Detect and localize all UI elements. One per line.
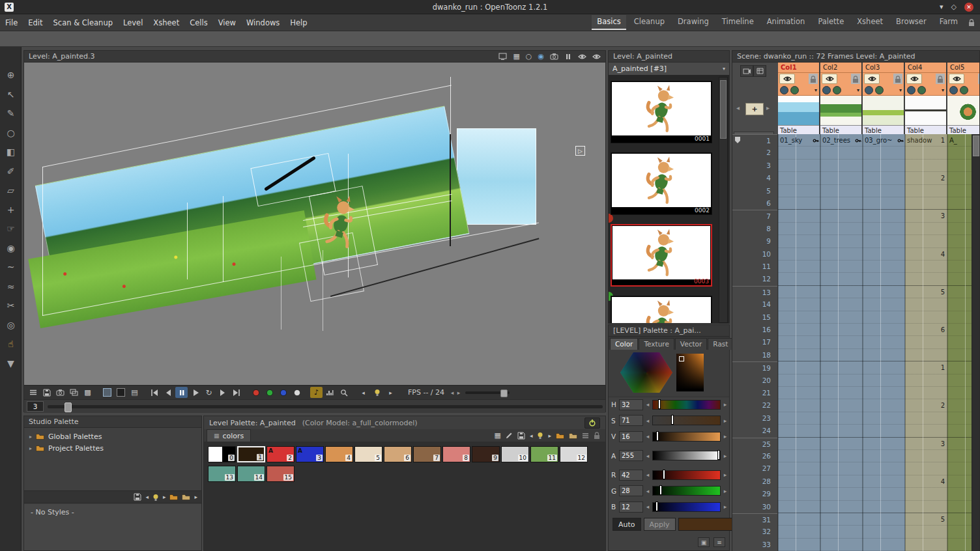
slider-value-field[interactable]: 16 [619, 431, 643, 442]
column-menu-arrow-icon[interactable]: ▾ [899, 87, 902, 93]
column-visibility-eye-icon[interactable] [822, 74, 837, 84]
studio-palette-titlebar[interactable]: Studio Palette [24, 416, 201, 428]
snapshot-icon[interactable] [54, 387, 66, 398]
style-chip-2[interactable]: A2 [267, 446, 295, 462]
room-tab-animation[interactable]: Animation [762, 15, 811, 30]
cutter-tool-icon[interactable]: ✂ [0, 297, 22, 314]
smart-brush-tool-icon[interactable]: ✐ [0, 163, 22, 180]
eraser-tool-icon[interactable]: ▱ [0, 182, 22, 199]
menu-windows[interactable]: Windows [241, 18, 285, 27]
camstand-toggle-icon[interactable] [780, 86, 788, 94]
slider-value-field[interactable]: 71 [619, 415, 643, 426]
level-strip-titlebar[interactable]: Level: A_painted [609, 51, 729, 63]
column-lock-icon[interactable] [936, 74, 945, 84]
column-visibility-eye-icon[interactable] [906, 74, 922, 84]
menu-scan-cleanup[interactable]: Scan & Cleanup [48, 18, 118, 27]
column-lock-icon[interactable] [809, 74, 818, 84]
apply-button[interactable]: Apply [644, 518, 676, 531]
next-key-icon[interactable]: ▸ [384, 387, 397, 398]
slider-value-field[interactable]: 28 [619, 485, 643, 496]
style-picker-tool-icon[interactable]: ☞ [0, 220, 22, 237]
more-tools-icon[interactable]: ▼ [0, 355, 22, 372]
xsheet-scrollbar[interactable] [972, 134, 979, 551]
style-chip-13[interactable]: 13 [208, 466, 236, 482]
column-thumbnail[interactable] [820, 96, 861, 126]
room-tab-browser[interactable]: Browser [891, 15, 932, 30]
slider-decrement-arrow[interactable]: ◂ [645, 453, 650, 459]
slider-track[interactable] [652, 470, 721, 480]
camera-view-icon[interactable] [550, 53, 558, 60]
fps-decrement-arrow[interactable]: ◂ [450, 389, 455, 396]
alpha-channel-icon[interactable] [291, 387, 303, 398]
column-parent-label[interactable]: Table [863, 126, 904, 134]
frame-slider-handle[interactable] [65, 403, 72, 412]
prev-key-icon[interactable]: ◂ [357, 387, 369, 398]
level-frame-0001[interactable]: 0001 [611, 81, 712, 143]
slider-value-field[interactable]: 32 [619, 399, 643, 410]
pause-icon[interactable] [175, 387, 188, 398]
key-icon[interactable] [371, 387, 383, 398]
toggle-orientation-icon[interactable]: ▣ [698, 537, 710, 547]
column-parent-label[interactable]: Table [778, 126, 819, 134]
slider-increment-arrow[interactable]: ▸ [723, 417, 728, 424]
style-chip-1[interactable]: 1 [237, 446, 265, 462]
tab-vector[interactable]: Vector [675, 338, 707, 350]
panel-menu-icon[interactable]: ≡ [713, 537, 725, 547]
key-icon[interactable] [152, 494, 159, 501]
column-menu-arrow-icon[interactable]: ▾ [942, 87, 944, 93]
sub-camera-eye-icon[interactable] [592, 53, 601, 60]
animate-tool-icon[interactable]: ⊕ [0, 66, 22, 83]
onion-skin-marker-red[interactable] [609, 214, 613, 223]
column-thumbnail[interactable] [778, 96, 819, 126]
column-name[interactable]: Col5 [947, 63, 979, 73]
slider-decrement-arrow[interactable]: ◂ [645, 401, 650, 408]
column-name[interactable]: Col1 [778, 63, 819, 73]
column-thumbnail[interactable] [905, 96, 946, 126]
slider-track[interactable] [652, 451, 721, 460]
capture-icon[interactable]: ▩ [81, 387, 94, 398]
histogram-icon[interactable] [324, 387, 336, 398]
loop-icon[interactable]: ↻ [203, 387, 215, 398]
camstand-toggle-icon[interactable] [822, 86, 831, 94]
level-frame-0002[interactable]: 0002 [611, 152, 712, 215]
cell-frame-1[interactable]: 03_gro~ [863, 134, 905, 147]
save-image-icon[interactable] [40, 387, 53, 398]
tab-rast[interactable]: Rast [708, 338, 733, 350]
column-name[interactable]: Col2 [820, 63, 861, 73]
slider-track[interactable] [652, 432, 721, 442]
new-page-icon[interactable] [556, 432, 564, 439]
grid-view-icon[interactable]: ▦ [495, 431, 501, 440]
selection-tool-icon[interactable]: ↖ [0, 86, 22, 103]
save-palette-icon[interactable] [134, 493, 141, 501]
column-header-col1[interactable]: Col1 ▾ Table [778, 63, 820, 134]
column-header-col2[interactable]: Col2 ▾ Table [820, 63, 862, 134]
column-cells-col2[interactable]: 02_trees [820, 134, 863, 551]
next-column-arrow-icon[interactable]: ▸ [766, 104, 770, 111]
last-frame-icon[interactable] [230, 387, 242, 398]
slider-decrement-arrow[interactable]: ◂ [645, 503, 650, 510]
fps-slider[interactable] [465, 391, 510, 394]
slider-decrement-arrow[interactable]: ◂ [645, 417, 650, 424]
room-tab-farm[interactable]: Farm [934, 15, 963, 30]
palette-power-icon[interactable] [584, 417, 600, 429]
current-frame-field[interactable]: 3 [27, 401, 44, 412]
expand-arrow-icon[interactable]: ▸ [29, 445, 32, 451]
sv-gradient-square[interactable] [676, 354, 704, 391]
viewer-titlebar[interactable]: Level: A_painted.3 ▦○◉ [24, 51, 605, 63]
save-palette-icon[interactable] [517, 432, 525, 440]
camera-toggle-icon[interactable] [740, 65, 753, 77]
prev-frame-icon[interactable] [162, 387, 174, 398]
menu-cells[interactable]: Cells [184, 18, 213, 27]
column-header-col5[interactable]: Col5 ▾ Table [947, 63, 979, 134]
list-view-icon[interactable] [582, 432, 589, 439]
next-frame-icon[interactable] [216, 387, 229, 398]
column-name[interactable]: Col3 [863, 63, 904, 73]
column-parent-label[interactable]: Table [905, 126, 946, 134]
camstand-view-icon[interactable]: ○ [526, 52, 532, 61]
menu-level[interactable]: Level [118, 18, 148, 27]
name-editor-icon[interactable] [506, 432, 513, 439]
close-icon[interactable]: ✕ [964, 3, 973, 12]
slider-track[interactable] [652, 502, 721, 512]
minimize-icon[interactable]: ▾ [940, 3, 944, 11]
column-thumbnail[interactable] [947, 96, 979, 126]
